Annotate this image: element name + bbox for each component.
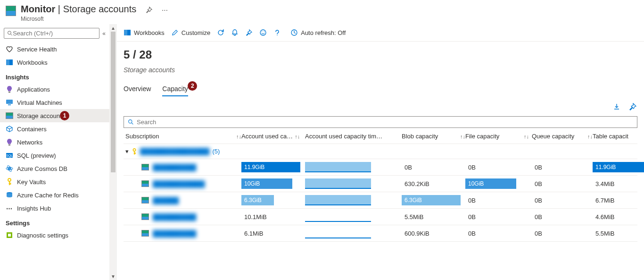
sidebar-item-storage-accounts[interactable]: Storage accounts1 — [0, 109, 109, 122]
sidebar-item-label: Azure Cosmos DB — [17, 165, 67, 172]
sidebar-item-label: Diagnostic settings — [17, 232, 68, 239]
sidebar-item-service-health[interactable]: Service Health — [0, 42, 109, 56]
subscription-count: (5) — [212, 148, 220, 155]
account-name: ██████████ — [153, 164, 196, 171]
sidebar-search[interactable] — [4, 28, 99, 39]
sidebar-item-label: Service Health — [17, 46, 57, 53]
col-used-timeline[interactable]: Account used capacity tim… — [305, 133, 402, 140]
sort-icon[interactable]: ↑↓ — [236, 134, 241, 139]
table-row[interactable]: ██████████6.1MiB600.9KiB0B0B5.5MiB — [124, 225, 637, 242]
tabs: Overview Capacity 2 — [117, 82, 644, 99]
redis-icon — [6, 191, 13, 199]
sidebar-item-workbooks[interactable]: Workbooks — [0, 56, 109, 69]
sidebar-item-azure-cosmos-db[interactable]: Azure Cosmos DB — [0, 162, 109, 175]
cell-file: 0B — [465, 213, 529, 221]
grid-search-input[interactable] — [137, 119, 633, 126]
cell-used: 10GiB — [241, 178, 305, 189]
customize-button[interactable]: Customize — [171, 29, 210, 36]
sidebar-item-label: Azure Cache for Redis — [17, 192, 79, 199]
sidebar-item-containers[interactable]: Containers — [0, 122, 109, 136]
svg-rect-16 — [8, 234, 11, 237]
clock-icon — [290, 29, 298, 36]
tab-overview[interactable]: Overview — [124, 82, 151, 96]
sidebar-item-insights-hub[interactable]: ⋯Insights Hub — [0, 202, 109, 215]
sidebar-item-applications[interactable]: Applications — [0, 83, 109, 96]
subscription-group-row[interactable]: ▾ ████████████████ (5) — [124, 144, 637, 159]
account-name: ██████████ — [153, 213, 196, 221]
cell-blob: 5.5MiB — [402, 213, 465, 221]
bulb-purple-icon — [6, 138, 13, 146]
sidebar-item-key-vaults[interactable]: Key Vaults — [0, 175, 109, 188]
cell-blob: 600.9KiB — [402, 230, 465, 237]
sidebar-item-label: Insights Hub — [17, 205, 51, 212]
tab-capacity[interactable]: Capacity — [162, 82, 188, 96]
col-table[interactable]: Table capacit — [593, 133, 637, 140]
collapse-sidebar-icon[interactable]: « — [102, 30, 106, 37]
account-name: ████████████ — [153, 180, 205, 187]
bell-icon[interactable] — [231, 29, 239, 36]
pin-icon[interactable] — [146, 7, 152, 13]
scroll-down-icon[interactable]: ▼ — [109, 272, 117, 280]
nav-section-settings: Settings — [0, 215, 109, 229]
sidebar-item-networks[interactable]: Networks — [0, 136, 109, 149]
feedback-icon[interactable] — [259, 29, 267, 36]
result-subtitle: Storage accounts — [117, 63, 644, 82]
search-icon — [128, 119, 134, 125]
sidebar-item-label: Storage accounts — [17, 112, 65, 119]
download-icon[interactable] — [613, 103, 621, 111]
help-icon[interactable] — [273, 29, 281, 36]
cell-timeline — [305, 212, 402, 222]
dots-icon: ⋯ — [6, 204, 13, 212]
svg-rect-6 — [8, 104, 11, 105]
sidebar-item-sql-preview-[interactable]: SQLSQL (preview) — [0, 149, 109, 162]
table-row[interactable]: ██████6.3GiB6.3GiB0B0B6.7MiB — [124, 192, 637, 209]
svg-point-20 — [262, 32, 263, 33]
col-file[interactable]: File capacity↑↓ — [465, 133, 529, 140]
more-icon[interactable]: ⋯ — [162, 7, 168, 14]
grid-search[interactable] — [124, 116, 637, 128]
sort-icon[interactable]: ↑↓ — [295, 134, 300, 139]
cell-used: 10.1MiB — [241, 213, 305, 221]
sidebar-scrollbar[interactable]: ▲ ▼ — [109, 24, 117, 280]
pin-toolbar-icon[interactable] — [245, 29, 253, 36]
svg-rect-3 — [6, 59, 9, 65]
storage-icon — [6, 6, 16, 16]
sort-icon[interactable]: ↑↓ — [587, 134, 593, 139]
pin-grid-icon[interactable] — [629, 103, 637, 111]
sidebar-item-label: Key Vaults — [17, 178, 46, 186]
sidebar-item-virtual-machines[interactable]: Virtual Machines — [0, 96, 109, 109]
cell-table: 4.6MiB — [593, 213, 637, 221]
sidebar-item-diagnostic-settings[interactable]: Diagnostic settings — [0, 229, 109, 242]
vm-icon — [6, 99, 13, 106]
nav-section-insights: Insights — [0, 69, 109, 83]
storage-icon — [141, 213, 149, 220]
sidebar-item-azure-cache-for-redis[interactable]: Azure Cache for Redis — [0, 188, 109, 202]
svg-rect-5 — [6, 100, 13, 104]
search-icon — [7, 30, 13, 36]
auto-refresh-button[interactable]: Auto refresh: Off — [290, 29, 346, 36]
col-subscription[interactable]: Subscription↑↓ — [124, 133, 241, 140]
cell-queue: 0B — [529, 197, 593, 204]
table-row[interactable]: ██████████11.9GiB0B0B0B11.9GiB — [124, 159, 637, 176]
sort-icon[interactable]: ↑↓ — [524, 134, 529, 139]
col-queue[interactable]: Queue capacity↑↓ — [529, 133, 593, 140]
title-main: Monitor — [21, 4, 55, 14]
key-icon — [6, 178, 13, 186]
col-account-used[interactable]: Account used ca…↑↓ — [241, 133, 305, 140]
sql-icon: SQL — [6, 152, 13, 159]
subscription-name: ████████████████ — [140, 148, 209, 155]
refresh-icon[interactable] — [217, 29, 224, 36]
sort-icon[interactable]: ↑↓ — [460, 134, 465, 139]
table-row[interactable]: ██████████10.1MiB5.5MiB0B0B4.6MiB — [124, 209, 637, 225]
cell-file: 0B — [465, 230, 529, 237]
chevron-down-icon[interactable]: ▾ — [125, 148, 129, 155]
workbooks-button[interactable]: Workbooks — [124, 29, 165, 36]
scroll-thumb[interactable] — [111, 32, 116, 172]
cell-table: 6.7MiB — [593, 197, 637, 204]
table-row[interactable]: ████████████10GiB630.2KiB10GiB0B3.4MiB — [124, 176, 637, 192]
sidebar-search-input[interactable] — [13, 30, 96, 37]
col-blob[interactable]: Blob capacity↑↓ — [402, 133, 465, 140]
scroll-up-icon[interactable]: ▲ — [109, 24, 117, 32]
auto-refresh-label: Auto refresh: Off — [301, 29, 346, 36]
svg-text:SQL: SQL — [6, 154, 13, 158]
